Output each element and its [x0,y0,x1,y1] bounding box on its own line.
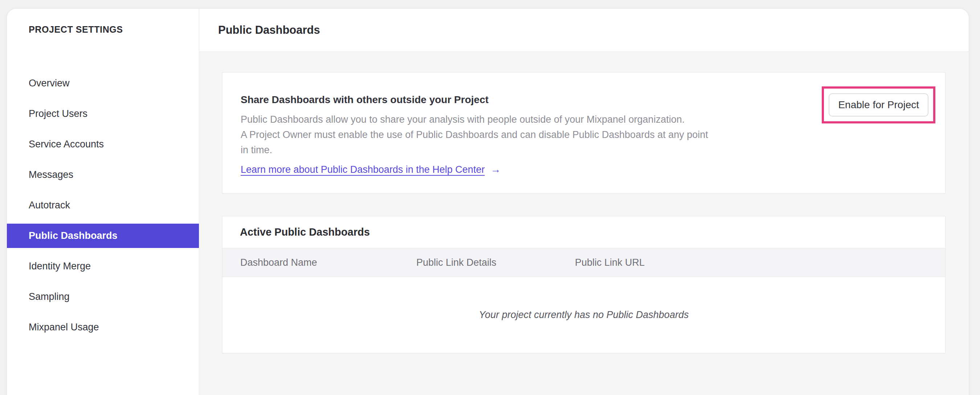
sidebar-item-messages[interactable]: Messages [7,162,199,187]
arrow-right-icon: → [490,163,501,176]
project-settings-sidebar: PROJECT SETTINGS Overview Project Users … [7,9,199,395]
help-center-link[interactable]: Learn more about Public Dashboards in th… [241,163,485,176]
sidebar-item-public-dashboards[interactable]: Public Dashboards [7,224,199,248]
empty-state-text: Your project currently has no Public Das… [223,277,945,353]
page-title: Public Dashboards [218,24,320,37]
column-public-link-details: Public Link Details [416,257,575,268]
table-header-row: Dashboard Name Public Link Details Publi… [223,248,945,277]
column-dashboard-name: Dashboard Name [240,257,416,268]
active-dashboards-heading: Active Public Dashboards [240,226,370,238]
active-public-dashboards-card: Active Public Dashboards Dashboard Name … [222,216,945,353]
sidebar-item-autotrack[interactable]: Autotrack [7,193,199,217]
sidebar-item-mixpanel-usage[interactable]: Mixpanel Usage [7,315,199,339]
main-content: Public Dashboards Share Dashboards with … [199,9,969,395]
sidebar-item-service-accounts[interactable]: Service Accounts [7,132,199,156]
sidebar-item-sampling[interactable]: Sampling [7,285,199,309]
content-area: Share Dashboards with others outside you… [199,52,969,353]
sidebar-item-identity-merge[interactable]: Identity Merge [7,254,199,279]
enable-for-project-button[interactable]: Enable for Project [829,93,929,116]
annotation-highlight-box: Enable for Project [822,86,935,123]
share-dashboards-card: Share Dashboards with others outside you… [222,72,945,194]
page-header: Public Dashboards [199,9,969,52]
sidebar-item-overview[interactable]: Overview [7,71,199,96]
active-dashboards-header: Active Public Dashboards [223,217,945,248]
sidebar-item-project-users[interactable]: Project Users [7,102,199,126]
settings-window: PROJECT SETTINGS Overview Project Users … [6,8,969,395]
help-center-link-row: Learn more about Public Dashboards in th… [241,163,945,176]
sidebar-title: PROJECT SETTINGS [29,24,199,35]
settings-nav: Overview Project Users Service Accounts … [7,71,199,339]
column-public-link-url: Public Link URL [575,257,644,268]
